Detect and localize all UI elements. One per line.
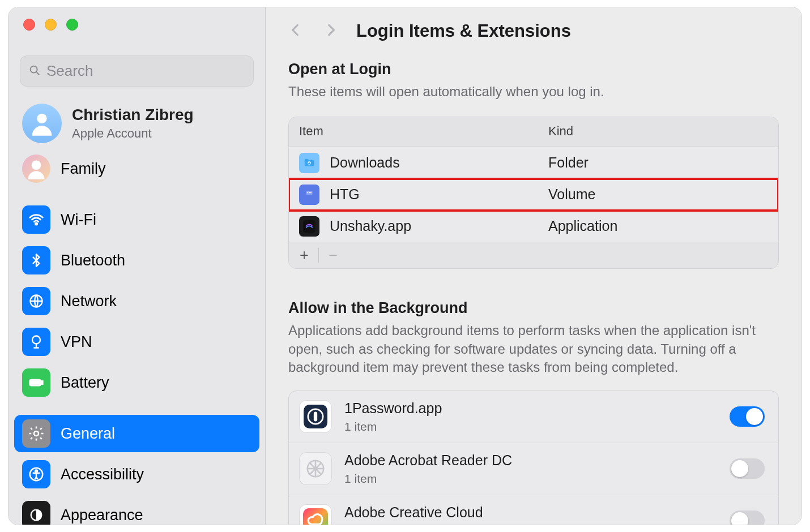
close-button[interactable] [23, 19, 35, 31]
search-input[interactable] [46, 62, 245, 80]
sidebar: Christian Zibreg Apple Account Family Wi… [8, 7, 266, 525]
bg-row-meta: 1 item [344, 472, 512, 486]
nav-forward-button[interactable] [323, 21, 338, 41]
network-icon [22, 287, 50, 315]
svg-point-0 [31, 66, 37, 72]
zoom-button[interactable] [66, 19, 78, 31]
sidebar-item-label: Battery [61, 375, 109, 391]
app-acrobat-icon [299, 452, 332, 485]
minimize-button[interactable] [45, 19, 57, 31]
sidebar-item-wifi[interactable]: Wi-Fi [14, 201, 259, 238]
svg-point-17 [309, 192, 310, 193]
sidebar-item-appearance[interactable]: Appearance [14, 496, 259, 525]
background-list: 1Password.app 1 item Adobe Acrobat Reade… [288, 391, 779, 525]
add-item-button[interactable] [295, 247, 314, 264]
sidebar-item-label: General [61, 426, 115, 441]
svg-point-18 [310, 192, 312, 193]
row-kind: Volume [548, 186, 768, 203]
wifi-icon [22, 205, 50, 234]
content-header: Login Items & Extensions [266, 7, 802, 41]
page-title: Login Items & Extensions [356, 21, 571, 41]
table-header: Item Kind [289, 117, 778, 147]
open-at-login-title: Open at Login [288, 61, 779, 78]
sidebar-item-general[interactable]: General [14, 415, 259, 452]
svg-rect-27 [303, 508, 328, 525]
login-items-table: Item Kind Downloads Folder [288, 117, 779, 269]
bg-row-name: Adobe Creative Cloud [344, 504, 483, 521]
sidebar-item-label: Bluetooth [61, 253, 125, 268]
background-toggle[interactable] [730, 458, 765, 479]
appearance-icon [22, 501, 50, 525]
svg-point-12 [35, 470, 37, 472]
background-row[interactable]: 1Password.app 1 item [289, 391, 778, 443]
vpn-icon [22, 328, 50, 356]
background-toggle[interactable] [730, 510, 765, 525]
sidebar-item-battery[interactable]: Battery [14, 364, 259, 401]
window-controls [8, 19, 265, 31]
table-footer [289, 242, 778, 268]
svg-point-16 [307, 192, 308, 193]
app-1password-icon [299, 400, 332, 433]
sidebar-item-bluetooth[interactable]: Bluetooth [14, 242, 259, 279]
row-name: HTG [330, 186, 360, 203]
bg-row-meta: 1 item [344, 420, 442, 434]
svg-line-1 [37, 72, 40, 75]
nav-back-button[interactable] [288, 21, 303, 41]
background-toggle[interactable] [730, 406, 765, 427]
bg-row-name: Adobe Acrobat Reader DC [344, 452, 512, 469]
svg-rect-8 [31, 381, 39, 384]
sidebar-item-network[interactable]: Network [14, 282, 259, 320]
app-creative-cloud-icon [299, 504, 332, 525]
col-item-header[interactable]: Item [299, 124, 548, 139]
remove-item-button[interactable] [323, 247, 343, 264]
family-avatar [22, 155, 50, 183]
search-icon [28, 64, 46, 79]
row-kind: Folder [548, 155, 768, 171]
account-name: Christian Zibreg [72, 106, 194, 124]
table-row[interactable]: Unshaky.app Application [289, 211, 778, 242]
account-row[interactable]: Christian Zibreg Apple Account [14, 100, 259, 147]
svg-point-3 [32, 160, 41, 170]
sidebar-item-label: Wi-Fi [61, 212, 96, 228]
sidebar-item-family[interactable]: Family [14, 150, 259, 187]
sidebar-item-accessibility[interactable]: Accessibility [14, 456, 259, 493]
bg-row-meta: 4 items [344, 524, 483, 525]
svg-point-2 [37, 114, 46, 123]
background-subtitle: Applications add background items to per… [288, 321, 779, 376]
svg-rect-9 [41, 381, 43, 384]
sidebar-item-label: Appearance [61, 508, 143, 523]
table-row[interactable]: HTG Volume [289, 179, 778, 211]
row-name: Downloads [330, 155, 400, 171]
svg-point-4 [35, 223, 37, 225]
account-sub: Apple Account [72, 126, 194, 141]
content-area: Login Items & Extensions Open at Login T… [266, 7, 802, 525]
svg-point-6 [32, 336, 40, 344]
folder-icon [299, 153, 319, 173]
open-at-login-subtitle: These items will open automatically when… [288, 83, 779, 101]
bg-row-name: 1Password.app [344, 400, 442, 417]
accessibility-icon [22, 460, 50, 488]
sidebar-item-vpn[interactable]: VPN [14, 323, 259, 361]
sidebar-item-label: Accessibility [61, 467, 144, 482]
sidebar-item-label: Network [61, 294, 117, 309]
table-row[interactable]: Downloads Folder [289, 147, 778, 179]
bluetooth-icon [22, 246, 50, 274]
row-kind: Application [548, 218, 768, 234]
separator [318, 248, 319, 263]
row-name: Unshaky.app [330, 218, 411, 234]
gear-icon [22, 419, 50, 448]
sidebar-item-label: VPN [61, 334, 92, 350]
background-row[interactable]: Adobe Creative Cloud 4 items [289, 495, 778, 525]
svg-point-10 [34, 431, 39, 436]
battery-icon [22, 368, 50, 397]
background-title: Allow in the Background [288, 299, 779, 317]
svg-rect-25 [314, 412, 317, 422]
background-row[interactable]: Adobe Acrobat Reader DC 1 item [289, 443, 778, 495]
sidebar-item-label: Family [61, 161, 106, 177]
avatar [22, 104, 62, 143]
app-icon [299, 216, 319, 237]
col-kind-header[interactable]: Kind [548, 124, 768, 139]
settings-window: Christian Zibreg Apple Account Family Wi… [8, 7, 802, 525]
volume-icon [299, 185, 319, 205]
search-field[interactable] [20, 55, 254, 87]
